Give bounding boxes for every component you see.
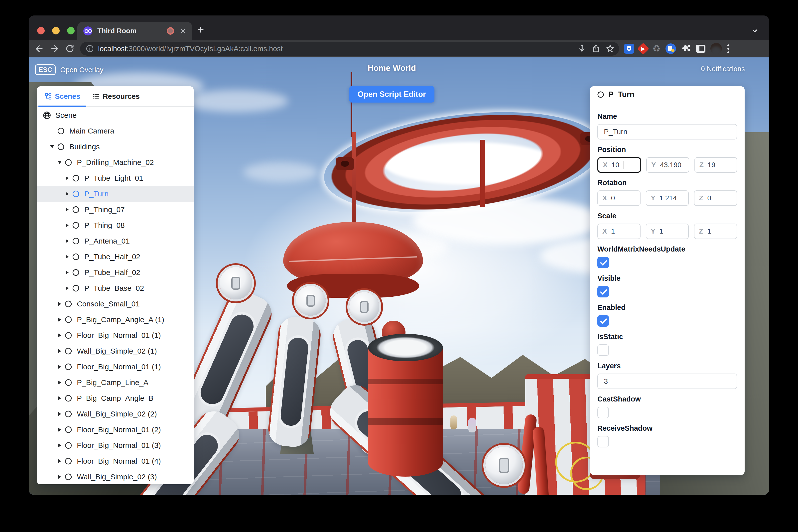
expand-arrow-icon[interactable] — [63, 286, 71, 290]
traffic-lights — [37, 27, 75, 34]
expand-arrow-icon[interactable] — [55, 396, 64, 400]
tree-item-p-tube-half-02[interactable]: P_Tube_Half_02 — [37, 265, 194, 280]
tree-item-wall-big-simple-02-2[interactable]: Wall_Big_Simple_02 (2) — [37, 406, 194, 422]
tab-scenes[interactable]: Scenes — [38, 86, 86, 106]
zoom-window-button[interactable] — [67, 27, 75, 34]
tree-item-floor-big-normal-01-1[interactable]: Floor_Big_Normal_01 (1) — [37, 359, 194, 375]
entity-circle-icon — [71, 221, 80, 230]
expand-arrow-icon[interactable] — [63, 255, 71, 259]
red-diamond-extension-icon[interactable]: ▶ — [637, 43, 649, 55]
bitwarden-extension-icon[interactable] — [624, 44, 634, 54]
tab-resources-label: Resources — [103, 92, 140, 100]
tree-item-p-thing-07[interactable]: P_Thing_07 — [37, 202, 194, 217]
tree-item-p-antena-01[interactable]: P_Antena_01 — [37, 233, 194, 249]
night-mode-extension-icon[interactable] — [665, 43, 676, 54]
expand-arrow-icon[interactable] — [55, 381, 64, 384]
tree-item-p-tube-light-01[interactable]: P_Tube_Light_01 — [37, 170, 194, 186]
side-panel-icon[interactable] — [696, 45, 705, 53]
tree-item-wall-big-simple-02-3[interactable]: Wall_Big_Simple_02 (3) — [37, 469, 194, 484]
notifications-label[interactable]: 0 Notifications — [701, 65, 745, 73]
tree-item-scene[interactable]: Scene — [37, 107, 194, 123]
tab-resources[interactable]: Resources — [86, 86, 146, 106]
minimize-window-button[interactable] — [52, 27, 60, 34]
tree-item-buildings[interactable]: Buildings — [37, 139, 194, 154]
axis-z-label: Z — [699, 227, 703, 235]
expand-arrow-icon[interactable] — [63, 239, 71, 243]
tree-item-p-thing-08[interactable]: P_Thing_08 — [37, 217, 194, 233]
expand-arrow-icon[interactable] — [63, 223, 71, 227]
tree-item-p-tube-half-02[interactable]: P_Tube_Half_02 — [37, 249, 194, 265]
expand-arrow-icon[interactable] — [55, 318, 64, 322]
tree-item-floor-big-normal-01-1[interactable]: Floor_Big_Normal_01 (1) — [37, 327, 194, 343]
expand-arrow-icon[interactable] — [55, 412, 64, 416]
expand-arrow-icon[interactable] — [55, 443, 64, 448]
tab-search-chevron-icon[interactable] — [750, 26, 759, 35]
position-z-input[interactable]: Z 19 — [695, 157, 737, 173]
tree-item-p-drilling-machine-02[interactable]: P_Drilling_Machine_02 — [37, 154, 194, 170]
expand-arrow-icon[interactable] — [55, 459, 64, 463]
expand-arrow-icon[interactable] — [55, 334, 64, 337]
recycle-extension-icon[interactable]: ♻ — [652, 44, 661, 53]
scale-y-input[interactable]: Y 1 — [646, 224, 689, 239]
enabled-checkbox[interactable] — [597, 315, 609, 327]
rotation-z-input[interactable]: Z 0 — [694, 190, 737, 206]
collapse-arrow-icon[interactable] — [48, 145, 56, 148]
castshadow-checkbox[interactable] — [597, 407, 609, 418]
entity-circle-icon — [64, 378, 73, 387]
tree-item-floor-big-normal-01-4[interactable]: Floor_Big_Normal_01 (4) — [37, 453, 194, 469]
tree-item-console-small-01[interactable]: Console_Small_01 — [37, 296, 194, 312]
rotation-x-input[interactable]: X 0 — [597, 190, 641, 206]
open-script-editor-button[interactable]: Open Script Editor — [349, 86, 434, 102]
visible-checkbox[interactable] — [597, 286, 609, 298]
expand-arrow-icon[interactable] — [55, 302, 64, 306]
expand-arrow-icon[interactable] — [55, 365, 64, 369]
tree-item-label: P_Thing_07 — [84, 205, 125, 214]
expand-arrow-icon[interactable] — [63, 208, 71, 212]
tree-item-wall-big-simple-02-1[interactable]: Wall_Big_Simple_02 (1) — [37, 343, 194, 359]
scale-z-input[interactable]: Z 1 — [694, 224, 737, 239]
position-y-input[interactable]: Y 43.190 — [646, 157, 689, 173]
expand-arrow-icon[interactable] — [55, 349, 64, 353]
layers-input[interactable] — [597, 374, 737, 389]
tree-item-p-big-camp-angle-a-1[interactable]: P_Big_Camp_Angle_A (1) — [37, 312, 194, 327]
tree-item-p-turn[interactable]: P_Turn — [37, 186, 194, 202]
worldmatrix-checkbox[interactable] — [597, 257, 609, 268]
reload-icon[interactable] — [65, 44, 75, 53]
bookmark-star-icon[interactable] — [606, 44, 614, 53]
expand-arrow-icon[interactable] — [55, 475, 64, 479]
browser-tab[interactable]: Third Room — [77, 22, 192, 40]
axis-x-label: X — [602, 194, 607, 202]
chrome-menu-icon[interactable] — [727, 44, 729, 53]
new-tab-button[interactable] — [196, 25, 205, 34]
expand-arrow-icon[interactable] — [55, 428, 64, 432]
receiveshadow-checkbox[interactable] — [597, 436, 609, 448]
site-info-icon[interactable] — [86, 44, 94, 53]
expand-arrow-icon[interactable] — [63, 192, 71, 196]
forward-icon[interactable] — [50, 44, 60, 54]
rotation-label: Rotation — [597, 179, 737, 187]
expand-arrow-icon[interactable] — [63, 270, 71, 274]
microphone-icon[interactable] — [578, 44, 586, 53]
name-input[interactable] — [597, 124, 737, 139]
extensions-puzzle-icon[interactable] — [681, 44, 691, 54]
tree-item-main-camera[interactable]: Main Camera — [37, 123, 194, 139]
tree-item-floor-big-normal-01-3[interactable]: Floor_Big_Normal_01 (3) — [37, 437, 194, 453]
tree-item-label: Wall_Big_Simple_02 (3) — [77, 473, 157, 481]
isstatic-checkbox[interactable] — [597, 344, 609, 356]
collapse-arrow-icon[interactable] — [55, 161, 64, 164]
back-icon[interactable] — [34, 44, 44, 54]
open-overlay-hint[interactable]: ESC Open Overlay — [35, 64, 103, 75]
close-window-button[interactable] — [37, 27, 45, 34]
profile-avatar[interactable] — [710, 43, 722, 54]
url-bar[interactable]: localhost:3000/world/!vjrzmTVOcyIsLgaAkA… — [80, 42, 619, 56]
rotation-y-input[interactable]: Y 1.214 — [646, 190, 689, 206]
tree-item-p-big-camp-line-a[interactable]: P_Big_Camp_Line_A — [37, 375, 194, 390]
expand-arrow-icon[interactable] — [63, 176, 71, 180]
scale-x-input[interactable]: X 1 — [597, 224, 641, 239]
close-tab-icon[interactable] — [180, 28, 186, 34]
share-icon[interactable] — [592, 44, 600, 53]
tree-item-floor-big-normal-01-2[interactable]: Floor_Big_Normal_01 (2) — [37, 422, 194, 437]
position-x-input[interactable]: X 10 — [597, 157, 641, 173]
tree-item-p-tube-base-02[interactable]: P_Tube_Base_02 — [37, 280, 194, 296]
tree-item-p-big-camp-angle-b[interactable]: P_Big_Camp_Angle_B — [37, 390, 194, 406]
